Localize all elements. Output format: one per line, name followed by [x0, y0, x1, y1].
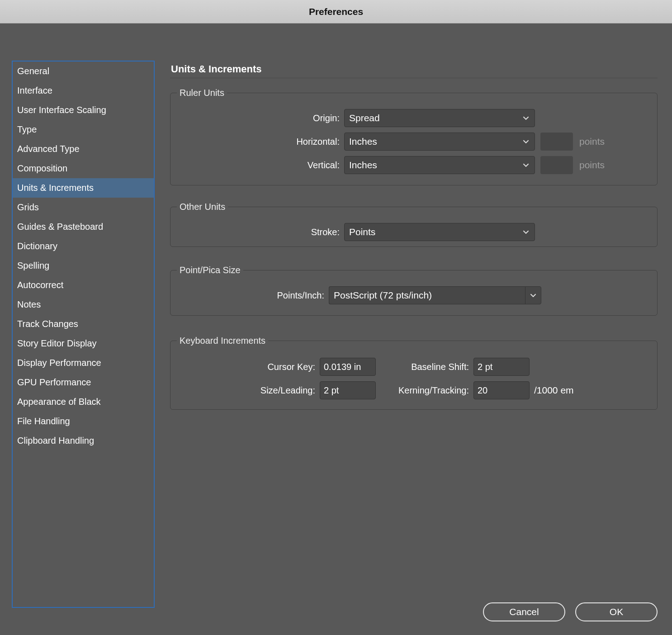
cancel-button[interactable]: Cancel	[483, 602, 565, 621]
dropdown-stroke[interactable]: Points	[344, 223, 535, 241]
dropdown-horizontal[interactable]: Inches	[344, 133, 535, 151]
sidebar-item-gpu-performance[interactable]: GPU Performance	[13, 373, 154, 392]
label-cursor-key: Cursor Key:	[170, 362, 315, 372]
dropdown-origin-value: Spread	[349, 113, 380, 123]
group-keyboard-increments: Keyboard Increments Cursor Key: 0.0139 i…	[170, 336, 658, 410]
sidebar-item-label: Autocorrect	[17, 280, 63, 290]
chevron-down-icon	[522, 161, 530, 169]
sidebar-item-advanced-type[interactable]: Advanced Type	[13, 139, 154, 159]
label-horizontal: Horizontal:	[170, 137, 340, 147]
input-vertical-points[interactable]	[540, 156, 573, 174]
sidebar-item-display-performance[interactable]: Display Performance	[13, 353, 154, 373]
sidebar-item-guides-pasteboard[interactable]: Guides & Pasteboard	[13, 217, 154, 237]
sidebar-item-grids[interactable]: Grids	[13, 198, 154, 217]
sidebar-item-label: Track Changes	[17, 319, 78, 329]
sidebar-item-label: GPU Performance	[17, 377, 91, 387]
label-size-leading: Size/Leading:	[170, 385, 315, 396]
label-origin: Origin:	[170, 113, 340, 123]
sidebar-item-label: General	[17, 66, 49, 76]
sidebar-item-label: Display Performance	[17, 358, 101, 368]
group-point-pica: Point/Pica Size Points/Inch: PostScript …	[170, 265, 658, 316]
dropdown-vertical-value: Inches	[349, 160, 377, 171]
sidebar-item-composition[interactable]: Composition	[13, 159, 154, 178]
sidebar-item-user-interface-scaling[interactable]: User Interface Scaling	[13, 100, 154, 120]
sidebar-item-interface[interactable]: Interface	[13, 81, 154, 100]
input-cursor-key[interactable]: 0.0139 in	[320, 358, 376, 376]
sidebar-item-track-changes[interactable]: Track Changes	[13, 314, 154, 334]
sidebar-item-label: Type	[17, 124, 37, 134]
suffix-vertical-points: points	[579, 160, 605, 171]
group-point-pica-legend: Point/Pica Size	[177, 265, 243, 275]
group-other-legend: Other Units	[177, 202, 228, 212]
panel-title: Units & Increments	[171, 63, 262, 75]
sidebar-item-label: File Handling	[17, 416, 70, 426]
window-titlebar: Preferences	[0, 0, 672, 24]
sidebar-item-dictionary[interactable]: Dictionary	[13, 237, 154, 256]
ok-button[interactable]: OK	[575, 602, 658, 621]
sidebar-item-label: Grids	[17, 202, 39, 212]
group-other-units: Other Units Stroke: Points	[170, 202, 658, 247]
dropdown-stroke-value: Points	[349, 227, 375, 237]
label-vertical: Vertical:	[170, 160, 340, 171]
sidebar-item-label: Clipboard Handling	[17, 436, 94, 445]
sidebar-item-file-handling[interactable]: File Handling	[13, 412, 154, 431]
preferences-category-list: GeneralInterfaceUser Interface ScalingTy…	[12, 61, 155, 608]
sidebar-item-label: Composition	[17, 163, 67, 173]
sidebar-item-label: Story Editor Display	[17, 338, 97, 348]
group-keyboard-legend: Keyboard Increments	[177, 336, 268, 346]
input-kerning-tracking[interactable]: 20	[473, 381, 530, 399]
suffix-kerning-tracking: /1000 em	[534, 385, 574, 396]
sidebar-item-spelling[interactable]: Spelling	[13, 256, 154, 275]
suffix-horizontal-points: points	[579, 136, 605, 147]
sidebar-item-type[interactable]: Type	[13, 120, 154, 139]
sidebar-item-label: Units & Increments	[17, 183, 94, 193]
combobox-ppi[interactable]: PostScript (72 pts/inch)	[329, 286, 541, 304]
group-ruler-legend: Ruler Units	[177, 88, 227, 98]
sidebar-item-label: Notes	[17, 299, 41, 309]
sidebar-item-appearance-of-black[interactable]: Appearance of Black	[13, 392, 154, 412]
sidebar-item-label: Interface	[17, 85, 52, 95]
sidebar-item-units-increments[interactable]: Units & Increments	[13, 178, 154, 198]
input-baseline-shift[interactable]: 2 pt	[473, 358, 530, 376]
dropdown-horizontal-value: Inches	[349, 136, 377, 147]
sidebar-item-label: Dictionary	[17, 241, 57, 251]
chevron-down-icon	[522, 137, 530, 146]
sidebar-item-label: Appearance of Black	[17, 397, 101, 407]
window-title: Preferences	[309, 6, 363, 17]
label-stroke: Stroke:	[170, 227, 340, 237]
sidebar-item-clipboard-handling[interactable]: Clipboard Handling	[13, 431, 154, 450]
chevron-down-icon	[525, 286, 541, 304]
chevron-down-icon	[522, 114, 530, 122]
dropdown-vertical[interactable]: Inches	[344, 156, 535, 174]
sidebar-item-general[interactable]: General	[13, 62, 154, 81]
sidebar-item-label: Advanced Type	[17, 144, 80, 154]
label-ppi: Points/Inch:	[170, 290, 324, 301]
chevron-down-icon	[522, 228, 530, 236]
sidebar-item-label: User Interface Scaling	[17, 105, 106, 115]
label-baseline-shift: Baseline Shift:	[379, 362, 469, 372]
sidebar-item-label: Spelling	[17, 261, 49, 270]
sidebar-item-notes[interactable]: Notes	[13, 295, 154, 314]
input-horizontal-points[interactable]	[540, 133, 573, 151]
sidebar-item-story-editor-display[interactable]: Story Editor Display	[13, 334, 154, 353]
dropdown-origin[interactable]: Spread	[344, 109, 535, 127]
sidebar-item-label: Guides & Pasteboard	[17, 222, 103, 232]
input-size-leading[interactable]: 2 pt	[320, 381, 376, 399]
group-ruler-units: Ruler Units Origin: Spread Horizontal: I…	[170, 88, 658, 185]
sidebar-item-autocorrect[interactable]: Autocorrect	[13, 275, 154, 295]
combobox-ppi-value: PostScript (72 pts/inch)	[334, 290, 432, 301]
label-kerning-tracking: Kerning/Tracking:	[369, 385, 469, 396]
